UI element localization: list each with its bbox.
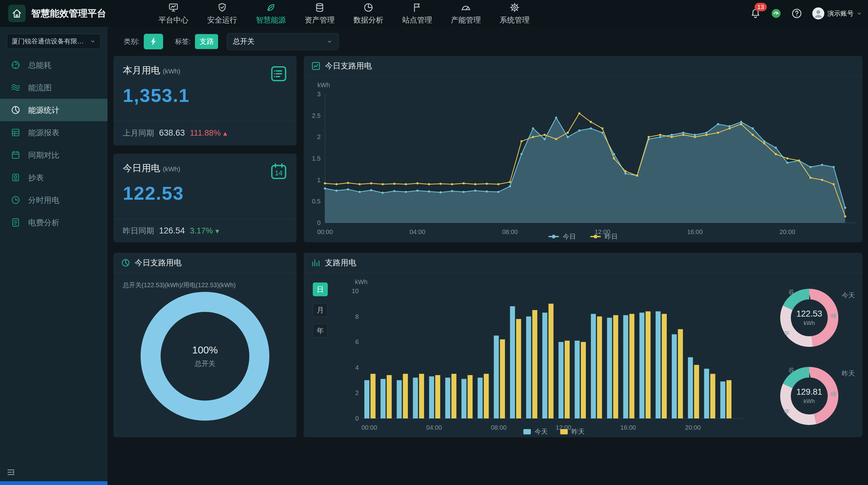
nav-label: 智慧能源 bbox=[256, 15, 286, 25]
svg-text:1.5: 1.5 bbox=[312, 155, 320, 162]
sidebar-item-label: 同期对比 bbox=[28, 150, 59, 160]
company-select[interactable]: 厦门锐谷通信设备有限公司 bbox=[7, 34, 101, 49]
today-usage-card: 今日用电(kWh) 14 122.53 昨日同期 126.54 3.17%▼ bbox=[114, 154, 297, 242]
nav-item-platform-center[interactable]: 平台中心 bbox=[154, 2, 192, 25]
clock-icon bbox=[11, 195, 21, 205]
tou-donut-today-chart: 122.53 kWh 峰 平 谷 bbox=[780, 288, 839, 347]
sidebar-item-tou-power[interactable]: 分时用电 bbox=[0, 189, 107, 211]
chevron-down-icon bbox=[90, 38, 96, 44]
month-compare-label: 上月同期 bbox=[123, 128, 154, 138]
main-area: 类别: 标签: 支路 总开关 本月用电(kWh) 1,353.1 上月 bbox=[107, 27, 868, 485]
switch-select-dropdown[interactable]: 总开关 bbox=[227, 33, 339, 50]
legend-item-today[interactable]: 今天 bbox=[523, 427, 548, 436]
energy-stats-pie-icon bbox=[11, 105, 21, 115]
help-icon bbox=[791, 8, 802, 19]
flat-segment-label: 平 bbox=[784, 330, 790, 338]
line-chart-legend: 今日 昨日 bbox=[304, 232, 862, 241]
platform-center-icon bbox=[168, 2, 179, 13]
dashboard-icon bbox=[771, 8, 782, 19]
line-chart-icon bbox=[311, 61, 320, 71]
sidebar-collapse-button[interactable] bbox=[6, 467, 16, 477]
sidebar-item-label: 电费分析 bbox=[28, 217, 59, 228]
month-change: 111.88%▲ bbox=[190, 128, 228, 138]
legend-label: 昨天 bbox=[571, 427, 585, 436]
dashboard-screen-button[interactable] bbox=[771, 8, 782, 19]
sidebar-bottom-accent bbox=[0, 481, 107, 485]
svg-text:kWh: kWh bbox=[317, 82, 330, 88]
meter-icon bbox=[11, 173, 21, 182]
nav-label: 系统管理 bbox=[500, 15, 530, 25]
nav-item-capacity[interactable]: 产能管理 bbox=[447, 2, 485, 25]
nav-item-assets[interactable]: 资产管理 bbox=[301, 2, 339, 25]
nav-label: 平台中心 bbox=[158, 15, 188, 25]
notification-button[interactable]: 13 bbox=[750, 8, 761, 19]
month-list-icon bbox=[269, 64, 288, 84]
sidebar-item-energy-report[interactable]: 能源报表 bbox=[0, 121, 107, 144]
today-branch-line-card: 今日支路用电 00.511.522.5300:0004:0008:0012:00… bbox=[304, 56, 862, 242]
svg-text:3: 3 bbox=[317, 91, 320, 97]
energy-flow-icon bbox=[11, 83, 21, 92]
shield-icon bbox=[217, 2, 227, 13]
legend-label: 今天 bbox=[535, 427, 548, 436]
today-usage-title: 今日用电 bbox=[123, 163, 160, 173]
today-bar-marker-icon bbox=[523, 429, 531, 434]
tag-label: 标签: bbox=[175, 37, 191, 46]
nav-label: 数据分析 bbox=[353, 15, 383, 25]
legend-item-yesterday[interactable]: 昨日 bbox=[590, 232, 618, 241]
divider bbox=[114, 219, 297, 219]
switch-select-value: 总开关 bbox=[233, 36, 254, 46]
donut-ring bbox=[780, 366, 839, 426]
month-usage-value: 1,353.1 bbox=[123, 85, 190, 106]
bar-chart-legend: 今天 昨天 bbox=[363, 427, 745, 436]
total-switch-donut-chart: 100% 总开关 bbox=[140, 291, 271, 422]
branch-tag-button[interactable]: 支路 bbox=[195, 34, 218, 49]
bar-chart-body: 日 月 年 024681000:0004:0008:0012:0016:0020… bbox=[304, 273, 862, 437]
peak-segment-label: 峰 bbox=[831, 312, 837, 320]
sidebar-item-energy-stats[interactable]: 能源统计 bbox=[0, 99, 107, 121]
site-flag-icon bbox=[412, 2, 423, 13]
nav-item-data-analysis[interactable]: 数据分析 bbox=[349, 2, 388, 25]
svg-text:0: 0 bbox=[355, 415, 359, 422]
sidebar-item-energy-flow[interactable]: 能流图 bbox=[0, 76, 107, 99]
nav-item-safety[interactable]: 安全运行 bbox=[203, 2, 241, 25]
month-usage-card: 本月用电(kWh) 1,353.1 上月同期 638.63 111.88%▲ bbox=[114, 56, 297, 145]
up-arrow-icon: ▲ bbox=[222, 130, 228, 137]
svg-text:6: 6 bbox=[355, 338, 359, 345]
today-series-marker-icon bbox=[548, 236, 559, 237]
nav-item-sites[interactable]: 站点管理 bbox=[398, 2, 436, 25]
primary-nav: 平台中心 安全运行 智慧能源 资产管理 数据分析 站点管理 产能管理 系统管理 bbox=[154, 2, 534, 25]
help-button[interactable] bbox=[791, 8, 802, 19]
sidebar-item-label: 抄表 bbox=[28, 173, 44, 183]
account-label: 演示账号 bbox=[827, 9, 854, 18]
today-change: 3.17%▼ bbox=[190, 226, 221, 236]
sidebar-item-total-energy[interactable]: 总能耗 bbox=[0, 54, 107, 76]
nav-label: 产能管理 bbox=[451, 15, 481, 25]
svg-text:1: 1 bbox=[317, 177, 320, 183]
app-title: 智慧能效管理平台 bbox=[31, 7, 106, 20]
cost-document-icon bbox=[11, 217, 21, 228]
sidebar-item-label: 总能耗 bbox=[28, 60, 52, 70]
nav-item-smart-energy[interactable]: 智慧能源 bbox=[252, 2, 290, 25]
category-label: 类别: bbox=[124, 37, 140, 46]
nav-label: 资产管理 bbox=[305, 15, 335, 25]
valley-segment-label: 谷 bbox=[788, 288, 794, 296]
category-electricity-button[interactable] bbox=[144, 34, 163, 49]
legend-item-today[interactable]: 今日 bbox=[548, 232, 576, 241]
collapse-icon bbox=[6, 467, 16, 477]
month-usage-title: 本月用电 bbox=[123, 65, 160, 75]
sidebar-item-meter-reading[interactable]: 抄表 bbox=[0, 166, 107, 189]
nav-item-system[interactable]: 系统管理 bbox=[496, 2, 534, 25]
svg-text:0: 0 bbox=[317, 219, 320, 226]
svg-text:4: 4 bbox=[355, 364, 359, 371]
svg-text:2: 2 bbox=[355, 389, 359, 396]
lightning-icon bbox=[149, 37, 158, 46]
svg-text:14: 14 bbox=[275, 169, 282, 177]
svg-text:10: 10 bbox=[352, 287, 359, 294]
legend-item-yesterday[interactable]: 昨天 bbox=[560, 427, 585, 436]
flat-segment-label: 平 bbox=[784, 408, 790, 416]
user-menu[interactable]: 演示账号 bbox=[812, 7, 862, 20]
sidebar-item-period-compare[interactable]: 同期对比 bbox=[0, 144, 107, 166]
sidebar-item-cost-analysis[interactable]: 电费分析 bbox=[0, 211, 107, 234]
topbar-actions: 13 演示账号 bbox=[750, 7, 868, 20]
pie-analysis-icon bbox=[363, 2, 374, 13]
